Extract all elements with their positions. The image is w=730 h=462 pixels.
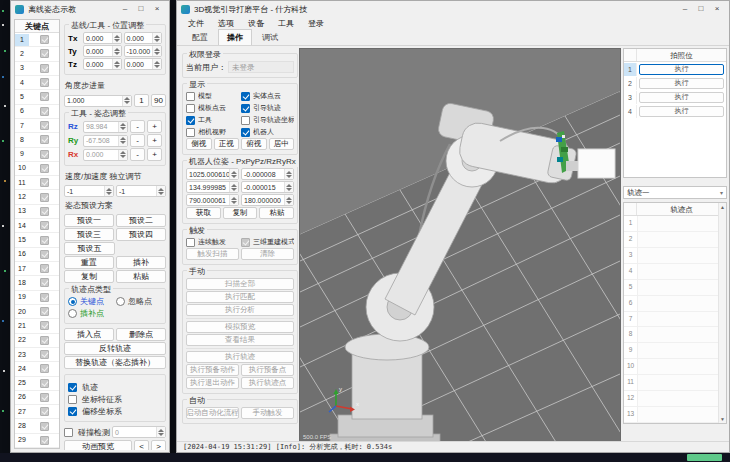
spinner-arrows-icon[interactable]	[118, 122, 127, 132]
pose-input[interactable]: 0.000	[83, 149, 128, 161]
keypoint-row[interactable]: 22	[15, 334, 59, 348]
preset-button[interactable]: 预设一	[64, 214, 114, 227]
keypoint-index[interactable]: 21	[15, 320, 29, 332]
keypoint-row[interactable]: 24	[15, 362, 59, 376]
trajectory-row[interactable]: 6	[624, 296, 726, 312]
minimize-icon[interactable]: –	[117, 2, 133, 16]
point-type-option[interactable]: 插补点	[68, 308, 162, 319]
spinner-arrows-icon[interactable]	[112, 46, 121, 56]
decrement-button[interactable]: -	[130, 148, 145, 161]
display-checkbox[interactable]	[186, 116, 195, 125]
keypoint-row[interactable]: 12	[15, 190, 59, 204]
trigger-toggle[interactable]: 连续触发	[186, 237, 239, 247]
manual-button[interactable]: 查看结果	[186, 334, 294, 346]
layer-checkbox[interactable]	[68, 395, 77, 404]
maximize-icon[interactable]: □	[133, 2, 149, 16]
spinner-arrows-icon[interactable]	[152, 46, 161, 56]
preset-button[interactable]: 预设四	[116, 228, 166, 241]
trajectory-row[interactable]: 7	[624, 312, 726, 328]
trajectory-row[interactable]: 8	[624, 327, 726, 343]
display-toggle[interactable]: 引导轨迹坐标系	[241, 115, 294, 125]
keypoint-row[interactable]: 11	[15, 176, 59, 190]
keypoint-checkbox[interactable]	[40, 121, 49, 130]
spinner-arrows-icon[interactable]	[284, 195, 293, 205]
maximize-icon[interactable]: □	[693, 2, 709, 16]
keypoint-row[interactable]: 28	[15, 419, 59, 433]
execute-button[interactable]: 执行	[639, 92, 724, 103]
spinner-arrows-icon[interactable]	[229, 182, 238, 192]
execute-button[interactable]: 执行	[639, 78, 724, 89]
close-icon[interactable]: ×	[709, 2, 725, 16]
keypoint-index[interactable]: 10	[15, 162, 29, 174]
keypoint-row[interactable]: 27	[15, 405, 59, 419]
keypoint-checkbox[interactable]	[40, 278, 49, 287]
angle-quick-button[interactable]: 90	[151, 94, 166, 107]
trajectory-row[interactable]: 10	[624, 359, 726, 375]
angle-quick-button[interactable]: 1	[134, 94, 149, 107]
display-toggle[interactable]: 相机视野	[186, 127, 239, 137]
photo-row-index[interactable]: 4	[624, 105, 637, 118]
keypoint-row[interactable]: 23	[15, 348, 59, 362]
keypoint-checkbox[interactable]	[40, 35, 49, 44]
display-checkbox[interactable]	[241, 104, 250, 113]
pose-action-button[interactable]: 复制	[223, 207, 258, 219]
trigger-button[interactable]: 触发扫描	[186, 248, 239, 260]
keypoint-checkbox[interactable]	[40, 164, 49, 173]
keypoint-checkbox[interactable]	[40, 264, 49, 273]
display-toggle[interactable]: 机器人	[241, 127, 294, 137]
keypoint-checkbox[interactable]	[40, 207, 49, 216]
position-input[interactable]: 0.000	[83, 32, 122, 44]
spinner-arrows-icon[interactable]	[284, 169, 293, 179]
keypoint-checkbox[interactable]	[40, 150, 49, 159]
keypoint-checkbox[interactable]	[40, 407, 49, 416]
trigger-toggle[interactable]: 三维重建模式	[241, 237, 294, 247]
keypoint-index[interactable]: 19	[15, 291, 29, 303]
point-type-option[interactable]: 关键点	[68, 296, 114, 307]
manual-button[interactable]: 执行轨迹	[186, 351, 294, 363]
trajectory-row[interactable]: 9	[624, 343, 726, 359]
keypoint-index[interactable]: 28	[15, 420, 29, 432]
display-checkbox[interactable]	[241, 128, 250, 137]
keypoint-index[interactable]: 22	[15, 334, 29, 346]
keypoint-index[interactable]: 15	[15, 234, 29, 246]
collision-input[interactable]: 0	[112, 426, 166, 438]
accel-input[interactable]: -1	[116, 185, 166, 197]
keypoint-checkbox[interactable]	[40, 221, 49, 230]
keypoint-row[interactable]: 17	[15, 262, 59, 276]
layer-checkbox[interactable]	[68, 407, 77, 416]
photo-row-index[interactable]: 3	[624, 91, 637, 104]
spinner-arrows-icon[interactable]	[104, 186, 113, 196]
increment-button[interactable]: +	[147, 134, 162, 147]
keypoint-row[interactable]: 29	[15, 434, 59, 448]
pose-action-button[interactable]: 获取	[186, 207, 221, 219]
manual-button[interactable]: 扫描全部	[186, 278, 294, 290]
layer-checkbox[interactable]	[68, 383, 77, 392]
keypoint-index[interactable]: 6	[15, 105, 29, 117]
main-titlebar[interactable]: 3D视觉引导打磨平台 - 什方科技 – □ ×	[177, 1, 729, 17]
keypoint-row[interactable]: 15	[15, 233, 59, 247]
keypoint-index[interactable]: 4	[15, 77, 29, 89]
trajectory-row[interactable]: 2	[624, 232, 726, 248]
trajectory-select[interactable]: 轨迹一 ▾	[623, 186, 727, 199]
display-toggle[interactable]: 实体点云	[241, 91, 294, 101]
decrement-button[interactable]: -	[130, 120, 145, 133]
spinner-arrows-icon[interactable]	[284, 182, 293, 192]
pose-value-input[interactable]: 134.999985	[186, 181, 239, 193]
position-input[interactable]: 0.000	[83, 45, 122, 57]
keypoint-index[interactable]: 9	[15, 148, 29, 160]
layer-toggle-row[interactable]: 轨迹	[68, 382, 162, 393]
keypoint-index[interactable]: 17	[15, 263, 29, 275]
keypoint-index[interactable]: 14	[15, 220, 29, 232]
taskbar-active-app[interactable]	[687, 454, 722, 461]
spinner-arrows-icon[interactable]	[118, 150, 127, 160]
prev-frame-button[interactable]: <	[134, 440, 149, 450]
auto-button[interactable]: 手动触发	[241, 407, 294, 419]
view-button[interactable]: 侧视	[186, 138, 212, 150]
display-checkbox[interactable]	[186, 104, 195, 113]
radio-icon[interactable]	[68, 309, 77, 318]
position-input[interactable]: 0.000	[124, 32, 163, 44]
pose-value-input[interactable]: -0.000008	[241, 168, 294, 180]
position-input[interactable]: 0.000	[124, 58, 163, 70]
collision-checkbox[interactable]	[64, 428, 73, 437]
spinner-arrows-icon[interactable]	[152, 59, 161, 69]
